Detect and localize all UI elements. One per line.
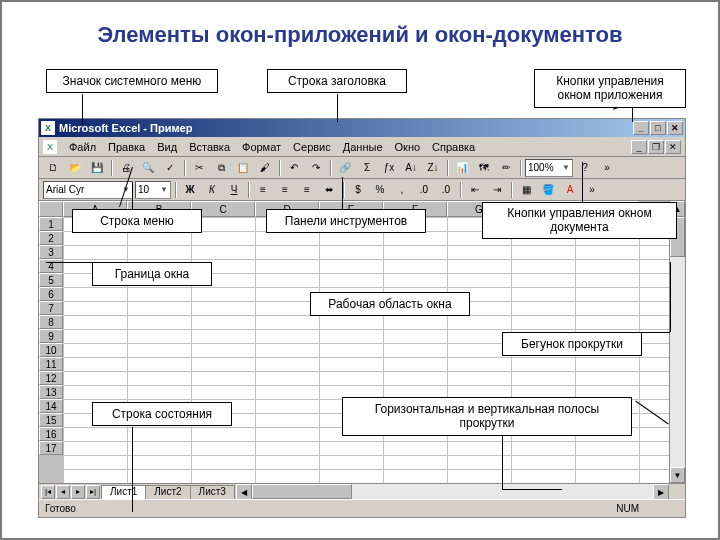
currency-icon[interactable]: $ [348, 181, 368, 199]
redo-icon[interactable]: ↷ [306, 159, 326, 177]
fx-icon[interactable]: ƒx [379, 159, 399, 177]
menu-file[interactable]: Файл [63, 141, 102, 153]
callout-border: Граница окна [92, 262, 212, 286]
maximize-button[interactable]: □ [650, 121, 666, 135]
menu-format[interactable]: Формат [236, 141, 287, 153]
paste-icon[interactable]: 📋 [233, 159, 253, 177]
h-scroll-track[interactable] [252, 484, 653, 499]
next-sheet-icon[interactable]: ▸ [71, 485, 85, 499]
menu-edit[interactable]: Правка [102, 141, 151, 153]
inc-decimal-icon[interactable]: .0 [414, 181, 434, 199]
map-icon[interactable]: 🗺 [474, 159, 494, 177]
sheet-tab-1[interactable]: Лист1 [101, 485, 146, 499]
row-header[interactable]: 13 [39, 385, 63, 399]
row-header[interactable]: 8 [39, 315, 63, 329]
row-header[interactable]: 7 [39, 301, 63, 315]
size-grip[interactable] [669, 484, 685, 499]
more-icon[interactable]: » [597, 159, 617, 177]
save-icon[interactable]: 💾 [87, 159, 107, 177]
doc-restore-button[interactable]: ❐ [648, 140, 664, 154]
sort-desc-icon[interactable]: Z↓ [423, 159, 443, 177]
align-left-icon[interactable]: ≡ [253, 181, 273, 199]
slide-title: Элементы окон-приложений и окон-документ… [2, 2, 718, 58]
undo-icon[interactable]: ↶ [284, 159, 304, 177]
inc-indent-icon[interactable]: ⇥ [487, 181, 507, 199]
merge-icon[interactable]: ⬌ [319, 181, 339, 199]
spell-icon[interactable]: ✓ [160, 159, 180, 177]
font-color-icon[interactable]: A [560, 181, 580, 199]
copy-icon[interactable]: ⧉ [211, 159, 231, 177]
menu-insert[interactable]: Вставка [183, 141, 236, 153]
preview-icon[interactable]: 🔍 [138, 159, 158, 177]
fill-color-icon[interactable]: 🪣 [538, 181, 558, 199]
open-icon[interactable]: 📂 [65, 159, 85, 177]
row-header[interactable]: 6 [39, 287, 63, 301]
sheet-tab-3[interactable]: Лист3 [190, 485, 235, 499]
titlebar[interactable]: X Microsoft Excel - Пример _ □ ✕ [39, 119, 685, 137]
new-icon[interactable]: 🗋 [43, 159, 63, 177]
percent-icon[interactable]: % [370, 181, 390, 199]
sort-asc-icon[interactable]: A↓ [401, 159, 421, 177]
row-header[interactable]: 14 [39, 399, 63, 413]
font-combo[interactable]: Arial Cyr▼ [43, 181, 133, 199]
menu-data[interactable]: Данные [337, 141, 389, 153]
align-right-icon[interactable]: ≡ [297, 181, 317, 199]
menu-view[interactable]: Вид [151, 141, 183, 153]
row-header[interactable]: 17 [39, 441, 63, 455]
autosum-icon[interactable]: Σ [357, 159, 377, 177]
select-all-button[interactable] [39, 201, 63, 217]
system-menu-icon[interactable]: X [41, 121, 55, 135]
cut-icon[interactable]: ✂ [189, 159, 209, 177]
comma-icon[interactable]: , [392, 181, 412, 199]
format-painter-icon[interactable]: 🖌 [255, 159, 275, 177]
chart-icon[interactable]: 📊 [452, 159, 472, 177]
callout-doc-win-buttons: Кнопки управления окном документа [482, 202, 677, 239]
dec-decimal-icon[interactable]: .0 [436, 181, 456, 199]
last-sheet-icon[interactable]: ▸| [86, 485, 100, 499]
scroll-down-icon[interactable]: ▼ [670, 467, 685, 483]
menu-window[interactable]: Окно [389, 141, 427, 153]
scroll-right-icon[interactable]: ▶ [653, 484, 669, 500]
doc-close-button[interactable]: ✕ [665, 140, 681, 154]
h-scroll-thumb[interactable] [252, 484, 352, 499]
align-center-icon[interactable]: ≡ [275, 181, 295, 199]
prev-sheet-icon[interactable]: ◂ [56, 485, 70, 499]
close-button[interactable]: ✕ [667, 121, 683, 135]
row-header[interactable]: 15 [39, 413, 63, 427]
scroll-left-icon[interactable]: ◀ [236, 484, 252, 500]
row-header[interactable]: 10 [39, 343, 63, 357]
formatting-toolbar: Arial Cyr▼ 10▼ Ж К Ч ≡ ≡ ≡ ⬌ $ % , .0 .0… [39, 179, 685, 201]
row-header[interactable]: 16 [39, 427, 63, 441]
vertical-scrollbar[interactable]: ▲ ▼ [669, 201, 685, 483]
more-format-icon[interactable]: » [582, 181, 602, 199]
dec-indent-icon[interactable]: ⇤ [465, 181, 485, 199]
print-icon[interactable]: 🖨 [116, 159, 136, 177]
row-header[interactable]: 12 [39, 371, 63, 385]
menu-help[interactable]: Справка [426, 141, 481, 153]
row-header[interactable]: 2 [39, 231, 63, 245]
first-sheet-icon[interactable]: |◂ [41, 485, 55, 499]
borders-icon[interactable]: ▦ [516, 181, 536, 199]
bold-icon[interactable]: Ж [180, 181, 200, 199]
menu-tools[interactable]: Сервис [287, 141, 337, 153]
size-combo[interactable]: 10▼ [135, 181, 171, 199]
italic-icon[interactable]: К [202, 181, 222, 199]
v-scroll-track[interactable] [670, 217, 685, 467]
row-header[interactable]: 3 [39, 245, 63, 259]
drawing-icon[interactable]: ✏ [496, 159, 516, 177]
doc-system-icon[interactable]: X [43, 140, 57, 154]
row-header[interactable]: 11 [39, 357, 63, 371]
doc-minimize-button[interactable]: _ [631, 140, 647, 154]
help-icon[interactable]: ? [575, 159, 595, 177]
row-header[interactable]: 9 [39, 329, 63, 343]
horizontal-scrollbar[interactable]: ◀ ▶ [236, 484, 669, 499]
callout-menubar: Строка меню [72, 209, 202, 233]
row-header[interactable]: 5 [39, 273, 63, 287]
row-header[interactable]: 1 [39, 217, 63, 231]
underline-icon[interactable]: Ч [224, 181, 244, 199]
sheet-tab-2[interactable]: Лист2 [145, 485, 190, 499]
minimize-button[interactable]: _ [633, 121, 649, 135]
link-icon[interactable]: 🔗 [335, 159, 355, 177]
status-ready: Готово [45, 503, 76, 514]
zoom-combo[interactable]: 100%▼ [525, 159, 573, 177]
